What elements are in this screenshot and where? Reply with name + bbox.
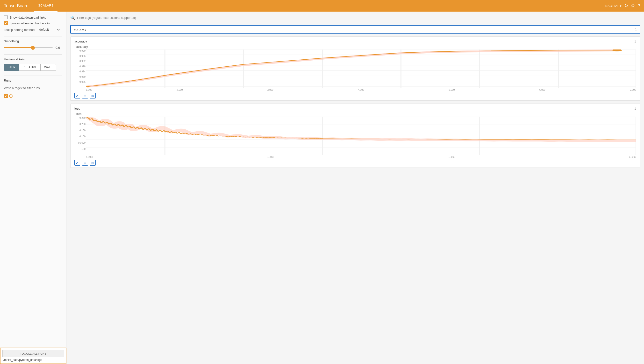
loss-fit-btn[interactable]: ⊞ [90, 160, 96, 166]
smoothing-section: Smoothing 0.6 [4, 39, 62, 50]
loss-chart-svg [86, 116, 636, 155]
accuracy-expand-btn[interactable]: ⤢ [74, 93, 80, 98]
smoothing-slider[interactable] [4, 47, 53, 48]
loss-chart-section: loss 1 loss 0.250 0.200 0.150 0.100 0.05… [70, 104, 640, 168]
ignore-outliers-checkbox[interactable] [4, 21, 8, 25]
show-download-label: Show data download links [10, 16, 46, 19]
settings-icon[interactable]: ⚙ [631, 3, 635, 8]
layout: Show data download links Ignore outliers… [0, 12, 644, 364]
show-download-links-item: Show data download links [4, 16, 62, 19]
loss-chart-header: loss 1 [74, 107, 636, 110]
search-count: 1 [635, 28, 637, 31]
header-right: INACTIVE ▾ ↻ ⚙ ? [604, 3, 640, 8]
run-item: · [4, 94, 62, 98]
accuracy-fit-btn[interactable]: ⊞ [90, 93, 96, 98]
smoothing-value: 0.6 [56, 46, 62, 50]
accuracy-chart-header: accuracy 1 [74, 40, 636, 43]
accuracy-chart-count: 1 [634, 40, 636, 43]
main-content: 🔍 accuracy 1 accuracy 1 accuracy 0.990 0… [67, 12, 644, 364]
runs-filter-input[interactable] [4, 85, 62, 91]
status-select[interactable]: INACTIVE ▾ [604, 4, 621, 8]
accuracy-x-axis: 1,000 2,000 3,000 4,000 5,000 6,000 7,00… [86, 88, 636, 91]
filter-tags-input[interactable] [77, 16, 640, 20]
horizontal-axis-title: Horizontal Axis [4, 58, 62, 61]
run-path: /mnist_data/pytorch_data/logs [3, 358, 64, 362]
accuracy-y-axis: 0.990 0.986 0.982 0.978 0.974 0.970 0.96… [77, 50, 86, 83]
accuracy-lines-btn[interactable]: ≡ [82, 93, 88, 98]
run-dot: · [14, 94, 15, 98]
accuracy-chart-svg [86, 50, 636, 88]
horizontal-axis-section: Horizontal Axis STEP RELATIVE WALL [4, 58, 62, 71]
header-nav: SCALARS [34, 0, 58, 12]
show-download-checkbox[interactable] [4, 16, 8, 19]
loss-chart-count: 1 [634, 107, 636, 110]
divider-2 [4, 54, 62, 54]
axis-buttons: STEP RELATIVE WALL [4, 64, 62, 71]
axis-step-button[interactable]: STEP [4, 64, 19, 71]
tooltip-row: Tooltip sorting method: default ascendin… [4, 27, 62, 32]
search-active-box: accuracy 1 [70, 25, 640, 34]
run-circle [9, 94, 13, 98]
ignore-outliers-item: Ignore outliers in chart scaling [4, 21, 62, 25]
nav-scalars[interactable]: SCALARS [34, 0, 58, 12]
run-main-checkbox[interactable] [4, 94, 8, 98]
axis-wall-button[interactable]: WALL [41, 64, 56, 71]
axis-relative-button[interactable]: RELATIVE [19, 64, 41, 71]
search-icon: 🔍 [70, 16, 75, 20]
app-logo: TensorBoard [4, 4, 29, 8]
search-value: accuracy [74, 28, 86, 31]
tooltip-label: Tooltip sorting method: [4, 28, 36, 32]
loss-expand-btn[interactable]: ⤢ [74, 160, 80, 166]
loss-x-axis: 1,000k 3,000k 5,000k 7,000k [86, 156, 636, 158]
divider-1 [4, 36, 62, 36]
runs-section: Runs · [4, 79, 62, 98]
accuracy-chart-section: accuracy 1 accuracy 0.990 0.986 0.982 0.… [70, 36, 640, 101]
divider-3 [4, 76, 62, 76]
accuracy-chart-title: accuracy [74, 40, 87, 43]
loss-y-axis: 0.250 0.200 0.150 0.100 0.0500 0.00 [77, 116, 86, 150]
tooltip-select[interactable]: default ascending descending [38, 27, 60, 32]
loss-chart-title: loss [74, 107, 80, 110]
loss-inner-title: loss [76, 112, 636, 116]
help-icon[interactable]: ? [638, 4, 640, 8]
runs-title: Runs [4, 79, 62, 82]
header: TensorBoard SCALARS INACTIVE ▾ ↻ ⚙ ? [0, 0, 644, 12]
smoothing-title: Smoothing [4, 39, 62, 43]
loss-chart-actions: ⤢ ≡ ⊞ [74, 160, 636, 166]
toggle-all-button[interactable]: TOGGLE ALL RUNS [3, 350, 64, 357]
chevron-down-icon: ▾ [620, 4, 621, 8]
filter-row: 🔍 [70, 16, 640, 22]
ignore-outliers-label: Ignore outliers in chart scaling [10, 22, 52, 25]
accuracy-chart-actions: ⤢ ≡ ⊞ [74, 93, 636, 98]
slider-row: 0.6 [4, 46, 62, 50]
sidebar: Show data download links Ignore outliers… [0, 12, 67, 364]
accuracy-inner-title: accuracy [76, 45, 636, 48]
refresh-icon[interactable]: ↻ [624, 3, 628, 8]
loss-lines-btn[interactable]: ≡ [82, 160, 88, 166]
toggle-all-container: TOGGLE ALL RUNS /mnist_data/pytorch_data… [0, 348, 67, 364]
